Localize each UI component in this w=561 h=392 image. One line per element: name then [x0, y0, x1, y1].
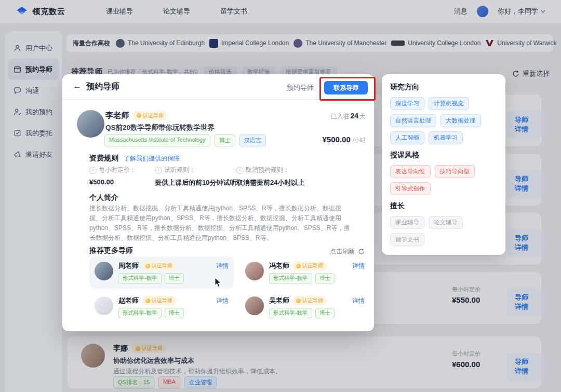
- tutor-name-row: 李老师 认证导师: [105, 111, 167, 120]
- certified-badge: 认证导师: [133, 111, 167, 120]
- medal-icon: [137, 113, 141, 118]
- refresh-button[interactable]: 点击刷新: [330, 247, 365, 256]
- book-tutor-modal: ← 预约导师 预约导师 联系导师 李老师 认证导师 已入驻24天 QS前20数学…: [62, 74, 374, 331]
- tutor-tags: Massachusetts Institute of Technology 博士…: [104, 134, 266, 146]
- tutor-name: 吴老师: [269, 296, 289, 305]
- filter-tag[interactable]: 机器学习: [429, 131, 463, 144]
- teaching-style-tags: 表达导向性 技巧导向型 引导式创作: [390, 165, 497, 195]
- tag-degree: 博士: [165, 308, 184, 318]
- book-tutor-button[interactable]: 预约导师: [287, 83, 314, 92]
- avatar: [245, 262, 264, 280]
- mini-tutor-card-zhao[interactable]: 赵老师 认证导师 形式科学-数学 博士 详情: [89, 291, 234, 323]
- tutor-tags: 形式科学-数学 博士: [269, 273, 335, 283]
- mini-tutor-card-zhou[interactable]: 周老师 认证导师 形式科学-数学 博士 详情: [89, 256, 234, 289]
- tutor-name: 李老师: [105, 111, 129, 120]
- filter-tag[interactable]: 自然语言处理: [390, 114, 436, 127]
- details-link[interactable]: 详情: [216, 296, 229, 305]
- filter-panel: 研究方向 深度学习 计算机视觉 自然语言处理 大数据处理 人工智能 机器学习 授…: [382, 74, 505, 255]
- tutor-name: 赵老师: [118, 296, 139, 305]
- tutor-name: 周老师: [118, 261, 139, 271]
- filter-tag[interactable]: 表达导向性: [390, 165, 431, 178]
- avatar: [245, 296, 264, 315]
- tag-degree: 博士: [165, 273, 184, 283]
- guarantee-link[interactable]: 了解我们提供的保障: [124, 154, 180, 163]
- intro-title: 个人简介: [89, 193, 118, 202]
- tutor-headline: QS前20数学导师带你玩转数学世界: [105, 123, 215, 132]
- filter-tag[interactable]: 留学文书: [390, 233, 424, 246]
- fee-item-trial: 试听规则： 提供上课后的前10分钟试听: [155, 166, 236, 187]
- filter-tag[interactable]: 课业辅导: [390, 216, 424, 229]
- mini-tutor-card-wu[interactable]: 吴老师 认证导师 形式科学-数学 博士 详情: [240, 291, 370, 323]
- fee-rules-header: 资费规则 了解我们提供的保障: [89, 154, 180, 163]
- tutor-price: ¥500.00 /小时: [323, 135, 366, 144]
- strength-title: 擅长: [390, 201, 497, 211]
- medal-icon: [296, 264, 301, 268]
- filter-tag[interactable]: 深度学习: [390, 97, 424, 110]
- more-tutors-title: 推荐更多导师: [89, 246, 133, 255]
- filter-tag[interactable]: 引导式创作: [390, 182, 431, 195]
- refresh-label: 点击刷新: [330, 247, 355, 256]
- tag-degree: 博士: [315, 308, 335, 318]
- contact-tutor-button[interactable]: 联系导师: [324, 81, 368, 94]
- teaching-style-title: 授课风格: [390, 151, 497, 160]
- filter-tag[interactable]: 计算机视觉: [429, 97, 469, 110]
- tag-degree: 博士: [215, 134, 235, 146]
- avatar: [95, 296, 113, 315]
- info-icon: [155, 167, 162, 174]
- filter-tag[interactable]: 论文辅导: [429, 216, 463, 229]
- tag-field: 形式科学-数学: [269, 308, 312, 318]
- back-arrow-icon[interactable]: ←: [73, 81, 82, 91]
- filter-tag[interactable]: 技巧导向型: [435, 165, 475, 178]
- fee-rules-title: 资费规则: [89, 154, 118, 163]
- tag-language: 汉语言: [239, 134, 266, 146]
- research-tags: 深度学习 计算机视觉 自然语言处理 大数据处理 人工智能 机器学习: [390, 97, 497, 144]
- tutor-tags: 形式科学-数学 博士: [269, 308, 335, 318]
- refresh-icon: [358, 248, 365, 255]
- certified-badge: 认证导师: [292, 296, 327, 305]
- info-icon: [236, 167, 244, 174]
- filter-tag[interactable]: 人工智能: [390, 131, 424, 144]
- strength-tags: 课业辅导 论文辅导 留学文书: [390, 216, 497, 246]
- tag-university: Massachusetts Institute of Technology: [104, 134, 210, 146]
- mini-tutor-card-feng[interactable]: 冯老师 认证导师 形式科学-数学 博士 详情: [240, 256, 370, 289]
- details-link[interactable]: 详情: [216, 262, 229, 271]
- tag-field: 形式科学-数学: [118, 273, 162, 283]
- info-icon: [89, 167, 97, 174]
- research-direction-title: 研究方向: [390, 83, 497, 92]
- divider: [62, 99, 374, 100]
- fee-item-cancel: 取消预约规则： 取消需提前24小时以上: [236, 166, 304, 187]
- certified-badge: 认证导师: [142, 261, 176, 271]
- details-link[interactable]: 详情: [352, 296, 365, 305]
- medal-icon: [296, 299, 301, 303]
- medal-icon: [145, 299, 150, 303]
- intro-text: 擅长数据分析、数据挖掘、分析工具精通使用python、SPSS、R等，擅长数据分…: [89, 204, 352, 243]
- fee-item-hourly: 每小时定价： ¥500.00: [89, 166, 136, 186]
- tutor-name: 冯老师: [269, 261, 289, 271]
- tag-field: 形式科学-数学: [269, 273, 312, 283]
- joined-days: 已入驻24天: [330, 112, 366, 121]
- tutor-avatar: [77, 110, 104, 138]
- details-link[interactable]: 详情: [352, 262, 365, 271]
- app-root: 领克数云 课业辅导 论文辅导 留学文书 消息 你好，李同学 用户中心 预约导师: [0, 0, 561, 392]
- modal-title: 预约导师: [86, 82, 119, 92]
- filter-tag[interactable]: 大数据处理: [440, 114, 481, 127]
- tag-field: 形式科学-数学: [118, 308, 162, 318]
- medal-icon: [145, 264, 150, 268]
- certified-badge: 认证导师: [142, 296, 176, 305]
- more-tutors-grid: 周老师 认证导师 形式科学-数学 博士 详情 冯老师 认证导师 形式科学-数学 …: [89, 256, 370, 323]
- avatar: [95, 262, 113, 280]
- tutor-tags: 形式科学-数学 博士: [118, 273, 184, 283]
- tutor-tags: 形式科学-数学 博士: [118, 308, 184, 318]
- certified-badge: 认证导师: [292, 261, 327, 271]
- tag-degree: 博士: [315, 273, 335, 283]
